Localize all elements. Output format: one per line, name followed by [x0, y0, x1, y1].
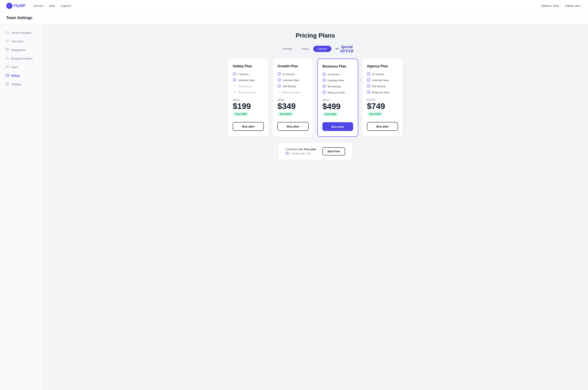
feature-backup-agency: Site Backup: [367, 84, 398, 88]
svg-rect-3: [8, 48, 9, 49]
team-selector[interactable]: Rafsan's Team ▾: [541, 4, 561, 7]
save-badge-hobby: Save $150: [233, 112, 249, 116]
feature-sites-hobby: Unlimited Sites: [233, 78, 264, 82]
current-price-hobby: $199: [233, 102, 264, 110]
cloud-icon: [5, 31, 9, 35]
svg-rect-2: [6, 48, 7, 49]
svg-rect-4: [6, 50, 7, 51]
sidebar-label-ssh-keys: SSH Keys: [11, 40, 24, 43]
toggle-lifetime[interactable]: Lifetime: [313, 46, 331, 52]
sidebar-label-backup-providers: Backup Providers: [11, 57, 33, 60]
check-icon-backup-business: [322, 85, 326, 89]
price-section-growth: $649 $349 Save $300: [277, 98, 309, 119]
pricing-header: Pricing Plans: [50, 32, 580, 39]
nav-sites[interactable]: Sites: [49, 4, 55, 7]
price-section-agency: $1499 $749 Save $750: [367, 98, 398, 119]
main-content: Pricing Plans Monthly Yearly Lifetime ↩ …: [43, 24, 588, 390]
special-offer-arrow-icon: ↩: [336, 46, 339, 51]
feature-sites-growth: Unlimited Sites: [277, 78, 309, 82]
check-icon-backup-growth: [277, 84, 281, 88]
sidebar-item-ssh-keys[interactable]: SSH Keys: [3, 37, 40, 46]
buy-button-growth[interactable]: Buy plan: [277, 122, 309, 131]
buy-button-hobby[interactable]: Buy plan: [233, 122, 264, 131]
user-selector[interactable]: Rafsan Jani ▾: [565, 4, 582, 7]
free-check-icon: [286, 152, 289, 155]
svg-text:7: 7: [9, 5, 10, 7]
buy-button-business[interactable]: Buy plan: [322, 122, 353, 131]
save-badge-growth: Save $300: [277, 112, 294, 116]
sidebar-item-integrations[interactable]: Integrations: [3, 46, 40, 54]
feature-list-business: 15 Servers Unlimited Sites Site Backup: [322, 72, 353, 95]
integrations-icon: [5, 48, 9, 52]
free-plan-bar: Continue with free plan 1 server and 1 s…: [278, 143, 352, 160]
plan-name-agency: Agency Plan: [367, 64, 398, 68]
sidebar-label-settings: Settings: [11, 83, 21, 86]
plan-name-business: Business Plan: [322, 64, 353, 68]
plan-name-growth: Growth Plan: [277, 64, 309, 68]
check-icon-servers-agency: [367, 72, 370, 76]
nav-support[interactable]: Support: [61, 4, 71, 7]
sidebar-item-team[interactable]: Team: [3, 63, 40, 71]
feature-servers-hobby: 5 Servers: [233, 72, 264, 76]
buy-button-agency[interactable]: Buy plan: [367, 122, 398, 131]
free-plan-info: Continue with free plan 1 server and 1 s…: [286, 147, 316, 155]
check-icon-servers-hobby: [233, 72, 236, 76]
feature-backup-hobby: Site Backup: [233, 84, 264, 88]
feature-servers-growth: 10 Servers: [277, 72, 309, 76]
dash-icon-team-hobby: [233, 90, 236, 94]
feature-list-hobby: 5 Servers Unlimited Sites Site Backup: [233, 72, 264, 94]
check-icon-servers-business: [322, 72, 326, 76]
current-price-agency: $749: [367, 102, 398, 110]
price-section-business: $949 $499 Save $450: [322, 98, 353, 119]
svg-rect-7: [6, 74, 9, 76]
sidebar-label-server-providers: Server Providers: [11, 31, 32, 34]
sidebar-item-billing[interactable]: Billing: [3, 72, 40, 80]
plan-card-business: Business Plan 15 Servers Unlimited Sites: [317, 59, 358, 137]
main-nav: Servers Sites Support: [33, 4, 541, 7]
team-chevron-icon: ▾: [560, 5, 561, 7]
free-plan-text: Continue with free plan: [286, 147, 316, 151]
feature-servers-business: 15 Servers: [322, 72, 353, 76]
original-price-hobby: $349: [233, 98, 264, 102]
toggle-monthly[interactable]: Monthly: [278, 46, 296, 52]
sidebar-item-backup-providers[interactable]: Backup Providers: [3, 54, 40, 63]
billing-icon: [5, 74, 9, 78]
start-free-button[interactable]: Start Free: [322, 147, 345, 155]
save-badge-business: Save $450: [322, 112, 338, 116]
check-icon-sites-growth: [277, 78, 281, 82]
special-offer-text: SpecialOFFER: [340, 45, 353, 53]
current-price-business: $499: [322, 102, 353, 110]
sidebar-item-settings[interactable]: Settings: [3, 80, 40, 88]
header-right: Rafsan's Team ▾ Rafsan Jani ▾: [541, 4, 582, 7]
special-offer-badge: ↩ SpecialOFFER: [336, 45, 353, 53]
sidebar: Server Providers SSH Keys Integrations B…: [0, 24, 43, 390]
original-price-growth: $649: [277, 98, 309, 102]
nav-servers[interactable]: Servers: [33, 4, 43, 7]
billing-period-toggle-area: Monthly Yearly Lifetime ↩ SpecialOFFER: [50, 45, 580, 53]
feature-sites-business: Unlimited Sites: [322, 78, 353, 83]
logo-icon: 7: [6, 3, 12, 9]
settings-icon: [5, 82, 9, 86]
page-title-bar: Team Settings: [0, 12, 588, 24]
feature-team-agency: Bring your team: [367, 90, 398, 94]
feature-team-hobby: Bring your team: [233, 90, 264, 94]
dash-icon-backup-hobby: [233, 84, 236, 88]
check-icon-sites-hobby: [233, 78, 236, 82]
check-icon-team-agency: [367, 90, 370, 94]
plans-grid: Hobby Plan 5 Servers Unlimited Sites: [50, 59, 580, 137]
page-title: Team Settings: [6, 16, 582, 20]
feature-sites-agency: Unlimited Sites: [367, 78, 398, 82]
billing-toggle: Monthly Yearly Lifetime: [277, 45, 332, 53]
team-icon: [5, 65, 9, 69]
toggle-yearly[interactable]: Yearly: [297, 46, 313, 52]
sidebar-label-billing: Billing: [11, 74, 20, 77]
logo[interactable]: 7 FlyWP: [6, 3, 25, 9]
plan-name-hobby: Hobby Plan: [233, 64, 264, 68]
logo-text: FlyWP: [14, 3, 25, 8]
backup-icon: [5, 56, 9, 61]
sidebar-item-server-providers[interactable]: Server Providers: [3, 29, 40, 37]
free-plan-detail: 1 server and 1 site: [286, 152, 316, 155]
plan-card-agency: Agency Plan 50 Servers Unlimited Sites: [362, 59, 403, 137]
key-icon: [5, 39, 9, 44]
current-price-growth: $349: [277, 102, 309, 110]
